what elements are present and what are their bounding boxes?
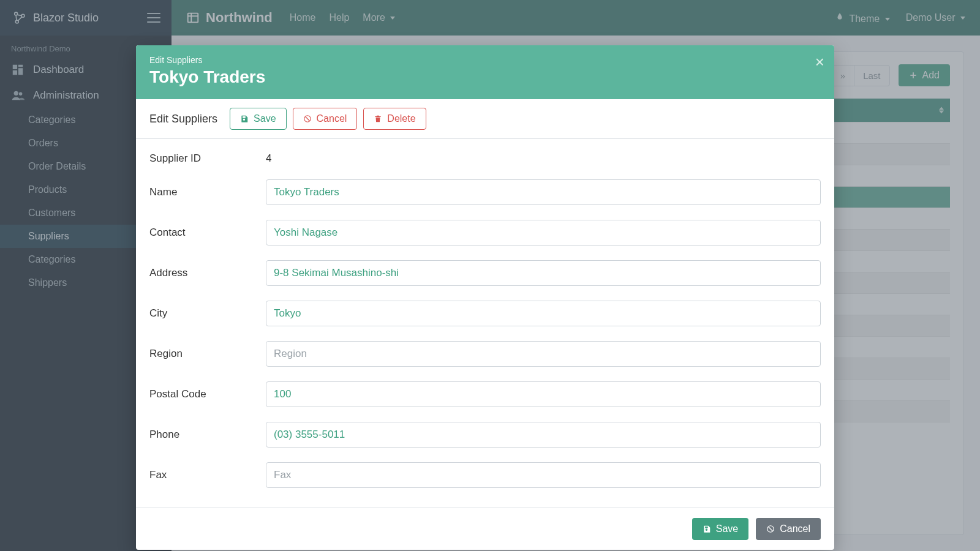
field-supplier-id: Supplier ID 4 [149, 145, 821, 172]
field-label: Supplier ID [149, 152, 266, 165]
modal-overlay[interactable]: Edit Suppliers Tokyo Traders × Edit Supp… [0, 0, 980, 551]
footer-cancel-label: Cancel [780, 524, 810, 534]
field-label: Name [149, 186, 266, 198]
dialog-toolbar-title: Edit Suppliers [149, 113, 217, 126]
field-label: Address [149, 267, 266, 279]
contact-input[interactable] [266, 220, 821, 246]
field-label: Fax [149, 469, 266, 481]
footer-save-button[interactable]: Save [692, 518, 748, 540]
field-contact: Contact [149, 212, 821, 253]
field-postal: Postal Code [149, 374, 821, 414]
supplier-id-value: 4 [266, 152, 271, 164]
dialog-footer: Save Cancel [136, 508, 834, 550]
delete-button[interactable]: Delete [363, 108, 426, 130]
field-label: City [149, 307, 266, 320]
svg-line-20 [769, 527, 773, 531]
field-name: Name [149, 172, 821, 212]
field-phone: Phone [149, 414, 821, 455]
ban-icon [303, 114, 312, 123]
close-icon[interactable]: × [815, 54, 824, 70]
save-button-label: Save [254, 114, 276, 124]
field-label: Region [149, 348, 266, 360]
footer-save-label: Save [716, 524, 738, 534]
save-button[interactable]: Save [230, 108, 286, 130]
dialog-toolbar: Edit Suppliers Save Cancel Delete [136, 99, 834, 139]
field-label: Phone [149, 429, 266, 441]
ban-icon [766, 525, 775, 533]
edit-supplier-dialog: Edit Suppliers Tokyo Traders × Edit Supp… [136, 45, 834, 550]
field-region: Region [149, 334, 821, 374]
field-address: Address [149, 253, 821, 293]
cancel-button[interactable]: Cancel [293, 108, 358, 130]
save-icon [703, 525, 711, 533]
delete-button-label: Delete [387, 114, 415, 124]
field-label: Postal Code [149, 388, 266, 400]
region-input[interactable] [266, 341, 821, 367]
field-city: City [149, 293, 821, 334]
dialog-body: Supplier ID 4 Name Contact Address City … [136, 139, 834, 508]
postal-input[interactable] [266, 381, 821, 407]
address-input[interactable] [266, 260, 821, 286]
city-input[interactable] [266, 301, 821, 326]
field-label: Contact [149, 227, 266, 239]
fax-input[interactable] [266, 462, 821, 488]
trash-icon [374, 114, 382, 123]
footer-cancel-button[interactable]: Cancel [756, 518, 821, 540]
dialog-header-title: Tokyo Traders [149, 67, 821, 87]
dialog-header-small: Edit Suppliers [149, 55, 821, 65]
name-input[interactable] [266, 179, 821, 205]
save-icon [240, 114, 249, 123]
cancel-button-label: Cancel [317, 114, 347, 124]
field-fax: Fax [149, 455, 821, 495]
phone-input[interactable] [266, 422, 821, 448]
svg-line-18 [305, 117, 309, 121]
dialog-header: Edit Suppliers Tokyo Traders × [136, 45, 834, 99]
